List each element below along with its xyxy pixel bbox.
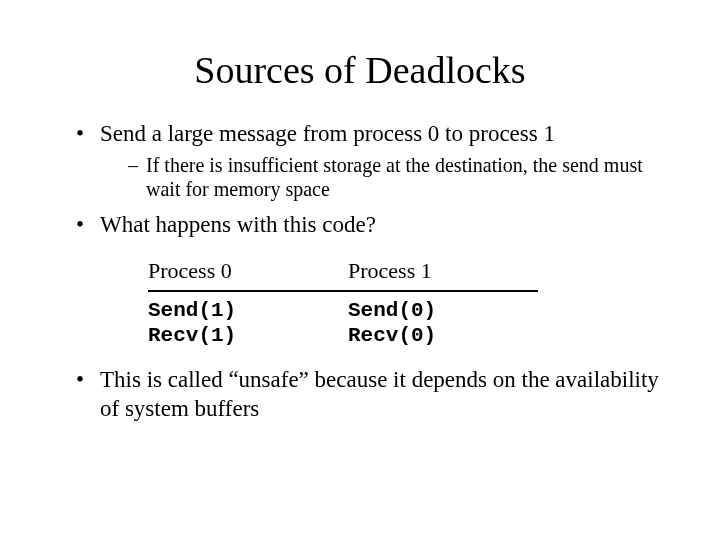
p0-code: Send(1) Recv(1) bbox=[148, 298, 348, 348]
table-header-p1: Process 1 bbox=[348, 258, 548, 288]
table-row: Send(1) Recv(1) Send(0) Recv(0) bbox=[148, 298, 672, 348]
p0-line1: Send(1) bbox=[148, 298, 348, 323]
bullet-1: Send a large message from process 0 to p… bbox=[76, 120, 672, 201]
p1-line2: Recv(0) bbox=[348, 323, 548, 348]
bullet-2-text: What happens with this code? bbox=[100, 212, 376, 237]
slide: Sources of Deadlocks Send a large messag… bbox=[0, 0, 720, 540]
p1-line1: Send(0) bbox=[348, 298, 548, 323]
bullet-3-text: This is called “unsafe” because it depen… bbox=[100, 367, 659, 421]
p0-line2: Recv(1) bbox=[148, 323, 348, 348]
table-header-p0: Process 0 bbox=[148, 258, 348, 288]
sub-bullet-list: If there is insufficient storage at the … bbox=[128, 153, 672, 201]
bullet-list-2: This is called “unsafe” because it depen… bbox=[76, 366, 672, 424]
p1-code: Send(0) Recv(0) bbox=[348, 298, 548, 348]
bullet-2: What happens with this code? bbox=[76, 211, 672, 240]
sub-bullet-1: If there is insufficient storage at the … bbox=[128, 153, 672, 201]
bullet-1-text: Send a large message from process 0 to p… bbox=[100, 121, 555, 146]
table-divider bbox=[148, 290, 538, 292]
code-table: Process 0 Process 1 Send(1) Recv(1) Send… bbox=[148, 258, 672, 348]
table-header-row: Process 0 Process 1 bbox=[148, 258, 672, 288]
bullet-list: Send a large message from process 0 to p… bbox=[76, 120, 672, 240]
bullet-3: This is called “unsafe” because it depen… bbox=[76, 366, 672, 424]
sub-bullet-1-text: If there is insufficient storage at the … bbox=[146, 154, 643, 200]
slide-title: Sources of Deadlocks bbox=[48, 48, 672, 92]
